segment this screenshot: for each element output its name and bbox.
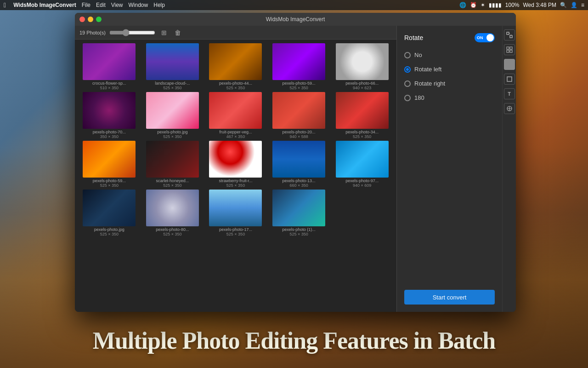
svg-rect-7 [510, 50, 512, 52]
color-tool-button[interactable] [504, 59, 515, 70]
crop-tool-button[interactable] [504, 74, 515, 85]
photo-item[interactable]: pexels-photo.jpg525 × 350 [79, 190, 140, 236]
zoom-slider[interactable] [109, 29, 155, 36]
batch-tool-button[interactable] [504, 44, 515, 55]
maximize-button[interactable] [96, 17, 102, 22]
menubar-file[interactable]: File [82, 2, 90, 8]
photo-dimensions: 525 × 350 [163, 86, 181, 90]
grid-view-button[interactable]: ⊞ [159, 28, 169, 38]
photo-filename: pexels-photo-97... [345, 178, 379, 183]
photo-thumbnail [146, 141, 199, 178]
photo-item[interactable]: pexels-photo (1)...525 × 350 [268, 190, 330, 236]
menubar-timemachine-icon[interactable]: ⏰ [470, 2, 477, 8]
photo-item[interactable]: scarlet-honeyed...525 × 350 [142, 141, 204, 188]
photo-item[interactable]: pexels-photo-66...940 × 623 [331, 43, 393, 90]
watermark-tool-button[interactable] [504, 103, 515, 114]
app-window: WidsMob ImageConvert 19 Photo(s) ⊞ 🗑 cro… [75, 13, 516, 312]
menubar-view[interactable]: View [111, 2, 123, 8]
photo-item[interactable]: fruit-pepper-veg...467 × 350 [205, 92, 266, 139]
photo-filename: landscape-cloud-... [155, 81, 190, 86]
minimize-button[interactable] [88, 17, 93, 22]
photo-filename: crocus-flower-sp... [92, 81, 126, 86]
photo-dimensions: 660 × 350 [289, 183, 308, 188]
photo-filename: pexels-photo.jpg [157, 130, 187, 134]
photo-item[interactable]: pexels-photo-20...940 × 588 [268, 92, 330, 139]
photo-dimensions: 525 × 350 [163, 232, 181, 236]
menubar-app-name[interactable]: WidsMob ImageConvert [13, 2, 76, 8]
photo-thumb-color [146, 92, 199, 129]
photo-thumbnail [272, 43, 325, 80]
marketing-bar: Multiple Photo Editing Features in Batch [0, 313, 588, 368]
menubar-user-icon[interactable]: 👤 [571, 2, 577, 8]
photo-grid: crocus-flower-sp...510 × 350landscape-cl… [75, 40, 396, 312]
menubar-edit[interactable]: Edit [96, 2, 106, 8]
photo-filename: scarlet-honeyed... [156, 178, 189, 183]
radio-button [404, 52, 411, 58]
apple-menu[interactable]:  [4, 1, 6, 9]
rotate-toggle[interactable]: ON [475, 33, 495, 42]
traffic-lights [79, 17, 102, 22]
photo-dimensions: 467 × 350 [226, 134, 245, 139]
photo-thumb-color [272, 92, 325, 129]
svg-rect-0 [507, 32, 509, 34]
photo-toolbar: 19 Photo(s) ⊞ 🗑 [75, 26, 396, 40]
photo-filename: pexels-photo-17... [219, 227, 252, 232]
delete-button[interactable]: 🗑 [173, 28, 183, 38]
photo-item[interactable]: pexels-photo-34...525 × 350 [331, 92, 393, 139]
photo-thumb-color [272, 43, 325, 80]
menubar-globe-icon[interactable]: 🌐 [459, 2, 466, 8]
photo-dimensions: 940 × 623 [353, 86, 371, 90]
photo-item[interactable]: strawberry-fruit-r...525 × 350 [205, 141, 266, 188]
close-button[interactable] [79, 17, 85, 22]
radio-option-rotate-left[interactable]: Rotate left [404, 66, 495, 73]
start-convert-button[interactable]: Start convert [404, 290, 495, 305]
photo-item[interactable]: pexels-photo.jpg525 × 350 [142, 92, 204, 139]
photo-filename: pexels-photo-59... [283, 81, 316, 86]
menubar-bluetooth-icon[interactable]: ✶ [481, 2, 485, 8]
menubar-window[interactable]: Window [129, 2, 148, 8]
photo-item[interactable]: pexels-photo-80...525 × 350 [142, 190, 204, 236]
photo-item[interactable]: pexels-photo-70...350 × 350 [79, 92, 140, 139]
photo-dimensions: 525 × 350 [163, 183, 181, 188]
radio-group: NoRotate leftRotate right180 [404, 52, 495, 101]
photo-thumb-color [336, 141, 389, 178]
photo-dimensions: 525 × 350 [353, 134, 371, 139]
radio-label: Rotate left [414, 66, 441, 73]
photo-dimensions: 525 × 350 [100, 232, 119, 236]
photo-item[interactable]: pexels-photo-17...525 × 350 [205, 190, 266, 236]
title-bar: WidsMob ImageConvert [75, 13, 516, 26]
photo-item[interactable]: pexels-photo-44...525 × 350 [205, 43, 266, 90]
photo-item[interactable]: pexels-photo-97...940 × 609 [331, 141, 393, 188]
resize-tool-button[interactable] [504, 29, 515, 40]
photo-item[interactable]: landscape-cloud-...525 × 350 [142, 43, 204, 90]
photo-item[interactable]: pexels-photo-13...660 × 350 [268, 141, 330, 188]
photo-thumbnail [83, 190, 136, 226]
menubar-right: 🌐 ⏰ ✶ ▮▮▮▮ 100% Wed 3:48 PM 🔍 👤 ≡ [459, 2, 584, 8]
menubar-list-icon[interactable]: ≡ [581, 2, 584, 8]
text-tool-button[interactable]: T [504, 88, 515, 99]
radio-option-180[interactable]: 180 [404, 94, 495, 101]
photo-dimensions: 525 × 350 [100, 183, 119, 188]
photo-filename: fruit-pepper-veg... [219, 130, 252, 134]
window-title: WidsMob ImageConvert [266, 16, 325, 23]
photo-dimensions: 525 × 350 [163, 134, 181, 139]
photo-thumb-color [83, 190, 136, 226]
menubar-search-icon[interactable]: 🔍 [560, 2, 567, 8]
radio-option-rotate-right[interactable]: Rotate right [404, 80, 495, 87]
photo-thumbnail [336, 141, 389, 178]
menubar-help[interactable]: Help [153, 2, 165, 8]
side-toolbar: T [502, 26, 516, 312]
settings-panel: Rotate ON NoRotate leftRotate right180 S… [396, 26, 502, 312]
svg-rect-9 [507, 77, 512, 81]
photo-item[interactable]: crocus-flower-sp...510 × 350 [79, 43, 140, 90]
photo-item[interactable]: pexels-photo-59...525 × 350 [268, 43, 330, 90]
photo-item[interactable]: pexels-photo-59...525 × 350 [79, 141, 140, 188]
photo-thumb-color [209, 43, 262, 80]
radio-option-no[interactable]: No [404, 52, 495, 58]
photo-panel: 19 Photo(s) ⊞ 🗑 crocus-flower-sp...510 ×… [75, 26, 396, 312]
photo-thumbnail [146, 92, 199, 129]
photo-dimensions: 525 × 350 [226, 183, 245, 188]
photo-thumb-color [83, 43, 136, 80]
photo-thumbnail [336, 92, 389, 129]
photo-dimensions: 510 × 350 [100, 86, 119, 90]
